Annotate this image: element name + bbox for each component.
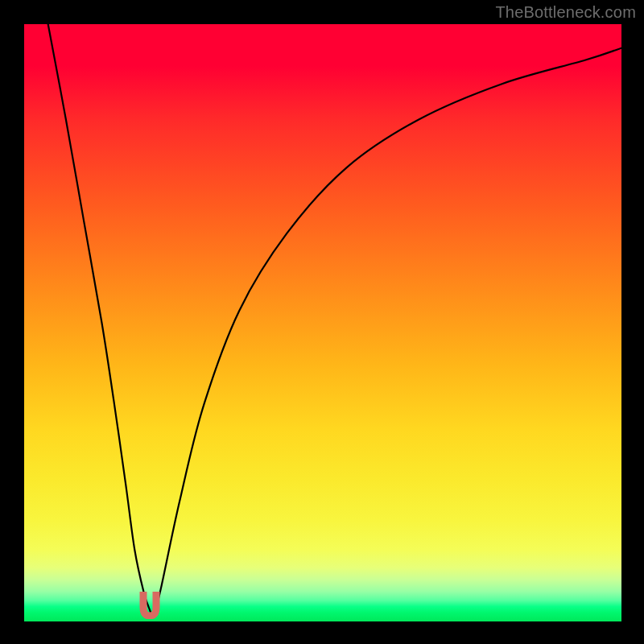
minimum-marker [138, 592, 162, 619]
bottleneck-curve [24, 24, 621, 621]
plot-area [24, 24, 621, 621]
chart-frame: TheBottleneck.com [0, 0, 644, 644]
attribution-text: TheBottleneck.com [495, 3, 636, 22]
